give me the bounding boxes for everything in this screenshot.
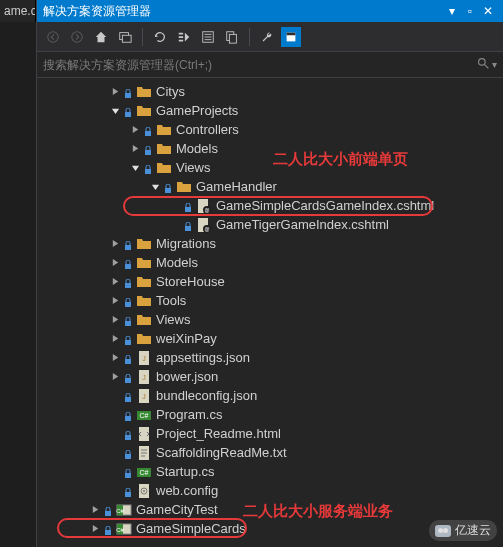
tree-item[interactable]: weiXinPay bbox=[37, 329, 503, 348]
json-icon: J bbox=[136, 369, 152, 385]
tree-item-label: Controllers bbox=[176, 122, 239, 137]
tree-item[interactable]: Models bbox=[37, 253, 503, 272]
tree-item[interactable]: Citys bbox=[37, 82, 503, 101]
json-icon: J bbox=[136, 388, 152, 404]
expander-collapsed-icon[interactable] bbox=[109, 314, 121, 326]
lock-icon bbox=[123, 467, 133, 477]
tree-view[interactable]: Citys GameProjects Controllers Models Vi… bbox=[37, 78, 503, 547]
svg-rect-28 bbox=[125, 321, 131, 326]
lock-icon bbox=[123, 410, 133, 420]
tree-item[interactable]: @ GameTigerGameIndex.cshtml bbox=[37, 215, 503, 234]
watermark-icon bbox=[435, 525, 451, 537]
svg-rect-43 bbox=[139, 427, 149, 441]
tree-item-label: GameSimpleCards bbox=[136, 521, 246, 536]
refresh-button[interactable] bbox=[150, 27, 170, 47]
lock-icon bbox=[123, 372, 133, 382]
preview-button[interactable] bbox=[281, 27, 301, 47]
toolbar-separator bbox=[249, 28, 250, 46]
expander-collapsed-icon[interactable] bbox=[109, 86, 121, 98]
properties-button[interactable] bbox=[257, 27, 277, 47]
tree-item[interactable]: Views bbox=[37, 158, 503, 177]
forward-button[interactable] bbox=[67, 27, 87, 47]
show-all-button[interactable] bbox=[198, 27, 218, 47]
svg-rect-24 bbox=[125, 245, 131, 250]
dropdown-icon[interactable]: ▾ bbox=[443, 4, 461, 18]
svg-point-9 bbox=[479, 58, 486, 65]
tree-item[interactable]: ScaffoldingReadMe.txt bbox=[37, 443, 503, 462]
svg-rect-6 bbox=[229, 34, 236, 43]
expander-collapsed-icon[interactable] bbox=[89, 523, 101, 535]
svg-point-52 bbox=[143, 490, 145, 492]
svg-rect-44 bbox=[125, 454, 131, 459]
tree-item[interactable]: StoreHouse bbox=[37, 272, 503, 291]
svg-rect-11 bbox=[125, 112, 131, 117]
tree-item-label: Tools bbox=[156, 293, 186, 308]
tree-item[interactable]: Models bbox=[37, 139, 503, 158]
close-icon[interactable]: ✕ bbox=[479, 4, 497, 18]
lock-icon bbox=[123, 353, 133, 363]
home-button[interactable] bbox=[91, 27, 111, 47]
tree-item[interactable]: Controllers bbox=[37, 120, 503, 139]
sync-button[interactable] bbox=[115, 27, 135, 47]
expander-collapsed-icon[interactable] bbox=[109, 276, 121, 288]
expander-collapsed-icon[interactable] bbox=[109, 257, 121, 269]
folder-icon bbox=[156, 160, 172, 176]
copy-all-button[interactable] bbox=[222, 27, 242, 47]
tree-item[interactable]: J bower.json bbox=[37, 367, 503, 386]
svg-rect-25 bbox=[125, 264, 131, 269]
tree-item-label: Program.cs bbox=[156, 407, 222, 422]
svg-rect-26 bbox=[125, 283, 131, 288]
expander-collapsed-icon[interactable] bbox=[129, 124, 141, 136]
tree-item-label: bundleconfig.json bbox=[156, 388, 257, 403]
cshtml-icon: @ bbox=[196, 217, 212, 233]
tree-item[interactable]: GameHandler bbox=[37, 177, 503, 196]
tree-item[interactable]: C# Startup.cs bbox=[37, 462, 503, 481]
lock-icon bbox=[123, 296, 133, 306]
tree-item[interactable]: @ GameSimpleCardsGameIndex.cshtml bbox=[37, 196, 503, 215]
expander-expanded-icon[interactable] bbox=[129, 162, 141, 174]
expander-collapsed-icon[interactable] bbox=[109, 295, 121, 307]
expander-collapsed-icon[interactable] bbox=[109, 352, 121, 364]
tree-item[interactable]: Views bbox=[37, 310, 503, 329]
tree-item-label: Models bbox=[176, 141, 218, 156]
tree-item[interactable]: Project_Readme.html bbox=[37, 424, 503, 443]
expander-collapsed-icon[interactable] bbox=[89, 504, 101, 516]
chevron-down-icon[interactable]: ▾ bbox=[492, 59, 497, 70]
folder-icon bbox=[176, 179, 192, 195]
tree-item[interactable]: Migrations bbox=[37, 234, 503, 253]
expander-collapsed-icon[interactable] bbox=[109, 371, 121, 383]
expander-expanded-icon[interactable] bbox=[149, 181, 161, 193]
tree-item[interactable]: web.config bbox=[37, 481, 503, 500]
maximize-icon[interactable]: ▫ bbox=[461, 4, 479, 18]
svg-rect-49 bbox=[125, 492, 131, 497]
tree-item-label: StoreHouse bbox=[156, 274, 225, 289]
svg-rect-27 bbox=[125, 302, 131, 307]
svg-point-1 bbox=[72, 31, 83, 42]
tree-item[interactable]: J appsettings.json bbox=[37, 348, 503, 367]
expander-expanded-icon[interactable] bbox=[109, 105, 121, 117]
svg-text:C#: C# bbox=[140, 469, 149, 476]
back-button[interactable] bbox=[43, 27, 63, 47]
tree-item[interactable]: C# Program.cs bbox=[37, 405, 503, 424]
search-input[interactable] bbox=[43, 58, 473, 72]
title-bar[interactable]: 解决方案资源管理器 ▾ ▫ ✕ bbox=[37, 0, 503, 22]
background-tab[interactable]: ame.cs bbox=[0, 0, 36, 22]
tree-item-label: Citys bbox=[156, 84, 185, 99]
tree-item[interactable]: C# GameCityTest bbox=[37, 500, 503, 519]
search-icon[interactable] bbox=[477, 57, 490, 73]
expander-collapsed-icon[interactable] bbox=[129, 143, 141, 155]
tree-item[interactable]: J bundleconfig.json bbox=[37, 386, 503, 405]
expander-collapsed-icon[interactable] bbox=[109, 238, 121, 250]
svg-rect-57 bbox=[105, 530, 111, 535]
tree-item[interactable]: GameProjects bbox=[37, 101, 503, 120]
folder-icon bbox=[136, 312, 152, 328]
svg-rect-15 bbox=[165, 188, 171, 193]
folder-icon bbox=[136, 84, 152, 100]
svg-rect-46 bbox=[125, 473, 131, 478]
expander-collapsed-icon[interactable] bbox=[109, 333, 121, 345]
svg-rect-16 bbox=[185, 207, 191, 212]
svg-text:@: @ bbox=[204, 207, 209, 213]
tree-item[interactable]: Tools bbox=[37, 291, 503, 310]
collapse-button[interactable] bbox=[174, 27, 194, 47]
tree-item-label: weiXinPay bbox=[156, 331, 217, 346]
